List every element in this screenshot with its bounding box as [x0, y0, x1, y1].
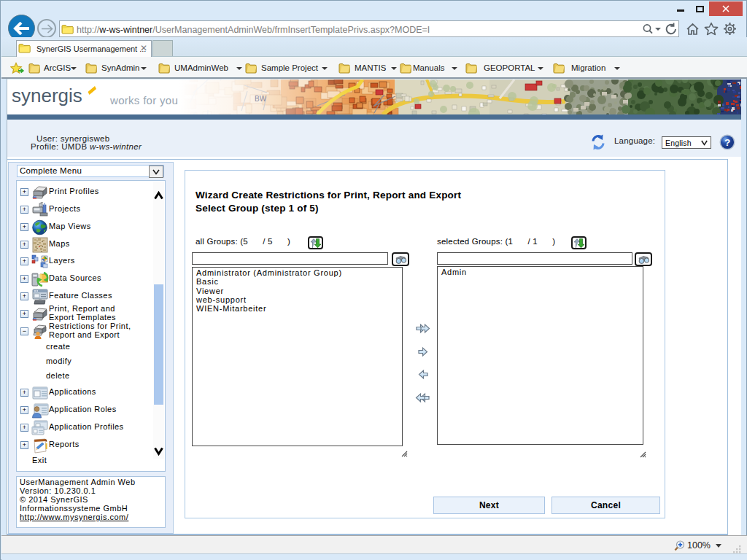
svg-text:BW: BW [255, 95, 267, 103]
svg-text:?: ? [724, 137, 730, 148]
